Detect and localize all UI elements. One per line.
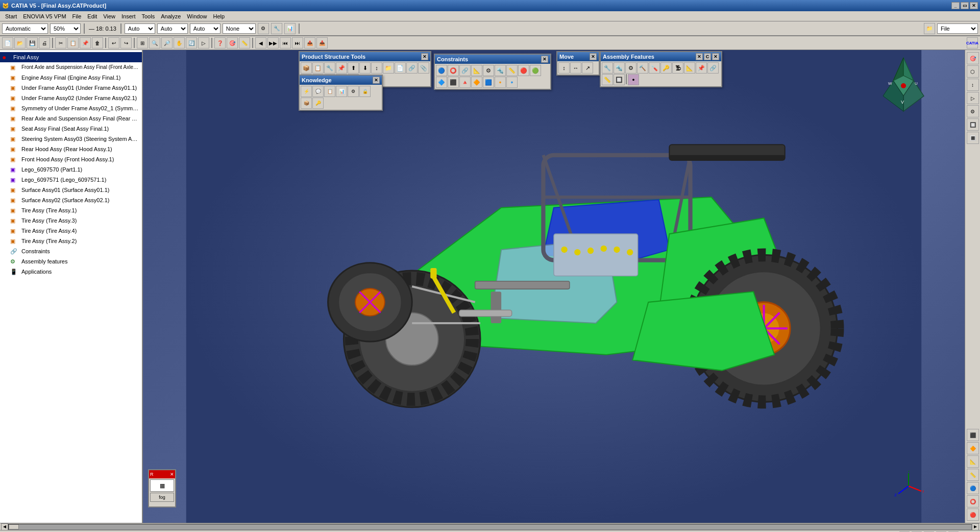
- import-btn[interactable]: 📥: [316, 37, 328, 49]
- con-icon-11[interactable]: ⬛: [448, 77, 459, 88]
- render-mode-1[interactable]: Auto: [125, 23, 155, 34]
- file-selector[interactable]: File: [937, 23, 978, 34]
- list-item[interactable]: ▣ Front Axle and Suspension Assy Final (…: [0, 62, 142, 72]
- save-btn[interactable]: 💾: [27, 37, 38, 49]
- kn-icon-5[interactable]: ⚙: [348, 86, 359, 97]
- fit-btn[interactable]: ⊞: [137, 37, 148, 49]
- pst-close-btn[interactable]: ✕: [421, 53, 428, 60]
- render-mode-2[interactable]: Auto: [157, 23, 188, 34]
- list-item[interactable]: ▣ Under Frame Assy01 (Under Frame Assy01…: [0, 83, 142, 93]
- list-item[interactable]: ▣ Under Frame Assy02 (Under Frame Assy02…: [0, 93, 142, 103]
- fog-calculator[interactable]: ▦: [150, 479, 174, 492]
- kn-icon-4[interactable]: 📊: [336, 86, 347, 97]
- delete-btn[interactable]: 🗑: [92, 37, 103, 49]
- workbench-selector[interactable]: Automatic: [2, 23, 48, 34]
- rt-btn-5[interactable]: ⚙: [967, 105, 979, 117]
- rt-btn-7[interactable]: 🔳: [967, 132, 979, 144]
- list-item[interactable]: ▣ Seat Assy Final (Seat Assy Final.1): [0, 124, 142, 134]
- list-item[interactable]: ▣ Surface Assy01 (Surface Assy01.1): [0, 185, 142, 195]
- list-item[interactable]: ▣ Rear Axle and Suspension Assy Final (R…: [0, 113, 142, 124]
- end-btn[interactable]: ⏭: [292, 37, 303, 49]
- pst-icon-10[interactable]: 🔗: [406, 62, 418, 74]
- pst-icon-7[interactable]: ↕: [371, 62, 382, 74]
- select-btn[interactable]: ▷: [198, 37, 209, 49]
- export-btn[interactable]: 📤: [304, 37, 315, 49]
- undo-btn[interactable]: ↩: [108, 37, 119, 49]
- pst-icon-2[interactable]: 📋: [312, 62, 324, 74]
- assembly-features-item[interactable]: ⚙ Assembly features: [0, 256, 142, 267]
- assy-icon-11[interactable]: 📏: [602, 74, 613, 85]
- print-btn[interactable]: 🖨: [39, 37, 50, 49]
- kn-icon-7[interactable]: 📦: [301, 98, 312, 109]
- constraints-panel-titlebar[interactable]: Constraints ✕: [435, 55, 550, 64]
- zoom-out-btn[interactable]: 🔎: [161, 37, 173, 49]
- assy-icon-4[interactable]: 🔨: [637, 62, 648, 74]
- zoom-in-btn[interactable]: 🔍: [149, 37, 160, 49]
- assy-icon-6[interactable]: 🔑: [660, 62, 672, 74]
- paste-btn[interactable]: 📌: [80, 37, 91, 49]
- snap-btn[interactable]: 🎯: [227, 37, 238, 49]
- pst-panel-titlebar[interactable]: Product Structure Tools ✕: [300, 52, 430, 61]
- rt-btn-6[interactable]: 🔲: [967, 118, 979, 131]
- knowledge-titlebar[interactable]: Knowledge ✕: [300, 76, 382, 85]
- forward-btn[interactable]: ▶▶: [267, 37, 279, 49]
- con-icon-14[interactable]: 🟦: [483, 77, 494, 88]
- list-item[interactable]: ▣ Steering System Assy03 (Steering Syste…: [0, 134, 142, 144]
- move-icon-2[interactable]: ↔: [570, 62, 581, 74]
- applications-item[interactable]: 📱 Applications: [0, 267, 142, 277]
- rt-btn-12[interactable]: 🔵: [967, 482, 979, 494]
- toolbar-btn-1[interactable]: ⚙: [258, 23, 269, 34]
- list-item[interactable]: ▣ Tire Assy (Tire Assy.2): [0, 236, 142, 246]
- con-icon-5[interactable]: ⚙: [483, 65, 494, 76]
- scroll-right[interactable]: ▶: [972, 523, 979, 530]
- pst-icon-1[interactable]: 📦: [301, 62, 312, 74]
- pst-icon-9[interactable]: 📄: [395, 62, 406, 74]
- menu-edit[interactable]: Edit: [84, 12, 100, 20]
- restore-button[interactable]: ▭: [961, 2, 969, 9]
- list-item[interactable]: ▣ Tire Assy (Tire Assy.3): [0, 215, 142, 226]
- rt-btn-1[interactable]: 🎯: [967, 52, 979, 64]
- assy-close-btn[interactable]: ✕: [696, 53, 703, 60]
- move-icon-1[interactable]: ↕: [558, 62, 570, 74]
- toolbar-btn-3[interactable]: 📊: [284, 23, 296, 34]
- pst-icon-4[interactable]: 📌: [336, 62, 347, 74]
- constraints-close-btn[interactable]: ✕: [541, 56, 548, 63]
- kn-icon-8[interactable]: 🔑: [312, 98, 324, 109]
- con-icon-6[interactable]: 🔩: [495, 65, 506, 76]
- con-icon-10[interactable]: 🔷: [436, 77, 447, 88]
- menu-enovia[interactable]: ENOVIA V5 VPM: [20, 12, 69, 20]
- rt-btn-8[interactable]: ⬛: [967, 429, 979, 441]
- menu-help[interactable]: Help: [210, 12, 228, 20]
- list-item[interactable]: ▣ Engine Assy Final (Engine Assy Final.1…: [0, 72, 142, 83]
- con-icon-8[interactable]: 🔴: [518, 65, 529, 76]
- list-item[interactable]: ▣ Symmetry of Under Frame Assy02_1 (Symm…: [0, 103, 142, 113]
- assy-features-titlebar[interactable]: Assembly Features ✕ C ✕: [601, 52, 721, 61]
- tree-root[interactable]: ● Final Assy: [0, 52, 142, 62]
- con-icon-7[interactable]: 📏: [506, 65, 518, 76]
- list-item[interactable]: ▣ Tire Assy (Tire Assy.4): [0, 226, 142, 236]
- assy-icon-8[interactable]: 📐: [684, 62, 695, 74]
- rt-btn-4[interactable]: ▷: [967, 92, 979, 104]
- zoom-selector[interactable]: 50%: [50, 23, 81, 34]
- pan-btn[interactable]: ✋: [174, 37, 185, 49]
- copy-btn[interactable]: 📋: [67, 37, 79, 49]
- toolbar-btn-2[interactable]: 🔧: [271, 23, 282, 34]
- assy-icon-1[interactable]: 🔧: [602, 62, 613, 74]
- pst-icon-3[interactable]: 🔧: [324, 62, 335, 74]
- redo-btn[interactable]: ↪: [120, 37, 132, 49]
- menu-file[interactable]: File: [69, 12, 85, 20]
- back-btn[interactable]: ◀: [255, 37, 266, 49]
- assy-other-close-btn[interactable]: C: [704, 53, 711, 60]
- h-scrollbar[interactable]: ◀ ▶: [0, 523, 980, 530]
- rt-btn-3[interactable]: ↕: [967, 79, 979, 91]
- kn-icon-1[interactable]: ⚡: [301, 86, 312, 97]
- knowledge-close-btn[interactable]: ✕: [373, 77, 380, 84]
- render-mode-3[interactable]: Auto: [190, 23, 220, 34]
- con-icon-2[interactable]: ⭕: [448, 65, 459, 76]
- list-item[interactable]: ▣ Rear Hood Assy (Rear Hood Assy.1): [0, 144, 142, 154]
- window-controls[interactable]: _ ▭ ✕: [951, 2, 978, 9]
- move-panel-titlebar[interactable]: Move ✕: [557, 52, 599, 61]
- constraints-item[interactable]: 🔗 Constraints: [0, 246, 142, 256]
- menu-insert[interactable]: Insert: [118, 12, 139, 20]
- list-item[interactable]: ▣ Lego_6097571 (Lego_6097571.1): [0, 175, 142, 185]
